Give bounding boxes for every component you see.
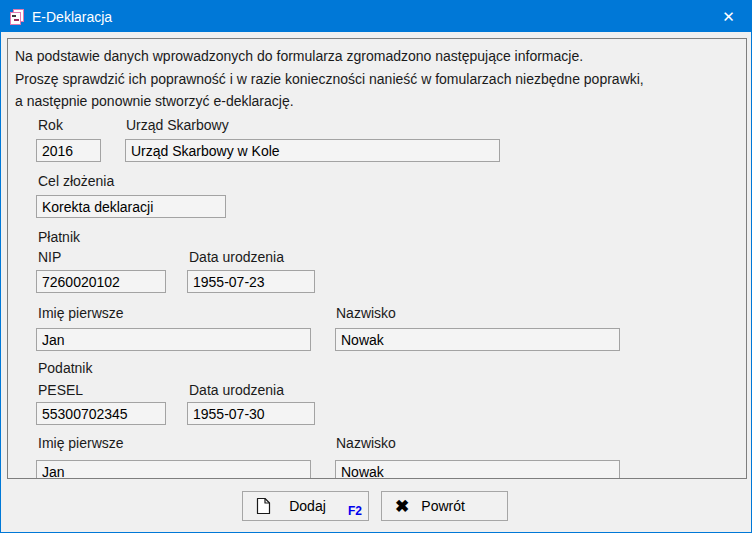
podatnik-lastname-label: Nazwisko bbox=[336, 435, 396, 451]
rok-label: Rok bbox=[38, 117, 63, 133]
podatnik-firstname-label: Imię pierwsze bbox=[38, 435, 124, 451]
pesel-label: PESEL bbox=[38, 382, 83, 398]
dodaj-button[interactable]: Dodaj F2 bbox=[242, 491, 369, 521]
podatnik-lastname-field[interactable] bbox=[335, 460, 620, 479]
pesel-field[interactable] bbox=[36, 402, 166, 425]
platnik-section-label: Płatnik bbox=[38, 229, 80, 245]
platnik-firstname-field[interactable] bbox=[36, 328, 311, 351]
info-message-line2: Proszę sprawdzić ich poprawność i w razi… bbox=[15, 68, 644, 91]
platnik-lastname-field[interactable] bbox=[335, 328, 620, 351]
cel-zlozenia-label: Cel złożenia bbox=[38, 173, 114, 189]
info-message: Na podstawie danych wprowadzonych do for… bbox=[15, 45, 644, 113]
podatnik-firstname-field[interactable] bbox=[36, 460, 311, 479]
rok-field[interactable] bbox=[36, 139, 101, 162]
info-message-line1: Na podstawie danych wprowadzonych do for… bbox=[15, 45, 644, 68]
close-icon[interactable]: ✕ bbox=[706, 1, 751, 32]
nip-field[interactable] bbox=[36, 270, 166, 293]
title-bar: E-Deklaracja ✕ bbox=[1, 1, 751, 32]
powrot-button[interactable]: ✖ Powrót bbox=[381, 491, 508, 521]
cel-zlozenia-field[interactable] bbox=[36, 195, 226, 218]
content-panel: Na podstawie danych wprowadzonych do for… bbox=[7, 38, 747, 479]
dodaj-shortcut-badge: F2 bbox=[348, 504, 362, 518]
cancel-x-icon: ✖ bbox=[395, 498, 409, 515]
app-form-icon bbox=[9, 9, 25, 25]
window-title: E-Deklaracja bbox=[32, 9, 112, 25]
nip-label: NIP bbox=[38, 249, 61, 265]
podatnik-birthdate-field[interactable] bbox=[187, 402, 315, 425]
podatnik-section-label: Podatnik bbox=[38, 360, 92, 376]
platnik-lastname-label: Nazwisko bbox=[336, 305, 396, 321]
platnik-birthdate-label: Data urodzenia bbox=[189, 249, 284, 265]
platnik-firstname-label: Imię pierwsze bbox=[38, 305, 124, 321]
powrot-button-label: Powrót bbox=[409, 498, 477, 514]
platnik-birthdate-field[interactable] bbox=[187, 270, 315, 293]
e-deklaracja-dialog: E-Deklaracja ✕ Na podstawie danych wprow… bbox=[0, 0, 752, 533]
document-icon bbox=[256, 497, 271, 515]
info-message-line3: a następnie ponownie stworzyć e-deklarac… bbox=[15, 90, 644, 113]
dodaj-button-label: Dodaj bbox=[271, 498, 344, 514]
urzad-skarbowy-label: Urząd Skarbowy bbox=[126, 117, 229, 133]
podatnik-birthdate-label: Data urodzenia bbox=[189, 382, 284, 398]
urzad-skarbowy-field[interactable] bbox=[125, 139, 500, 162]
